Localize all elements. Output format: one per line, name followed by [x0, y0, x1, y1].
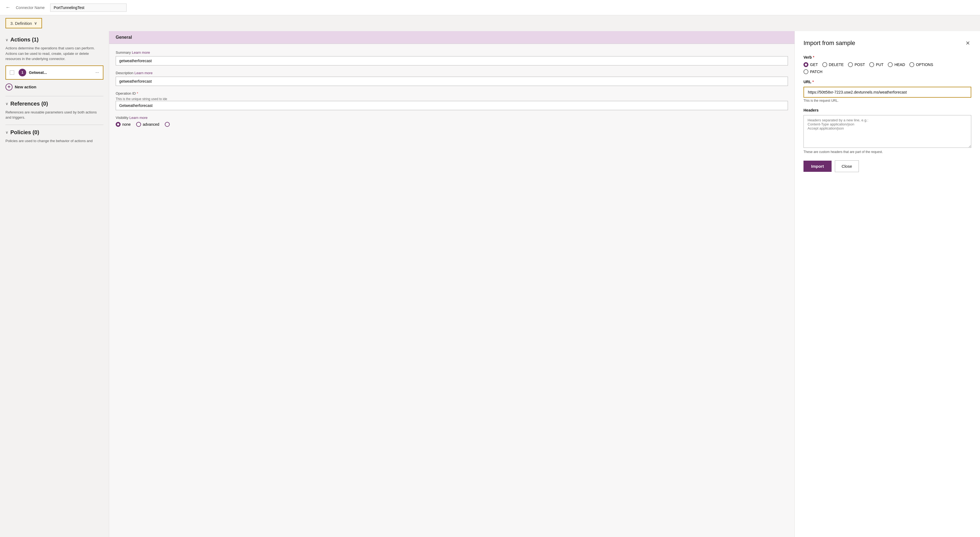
verb-option-patch[interactable]: PATCH — [803, 69, 822, 74]
connector-name-input[interactable] — [50, 3, 127, 12]
summary-input[interactable] — [116, 56, 788, 65]
actions-section-description: Actions determine the operations that us… — [5, 46, 103, 62]
general-tab-header[interactable]: General — [109, 31, 794, 44]
visibility-label: Visibility Learn more — [116, 116, 788, 120]
summary-learn-more-link[interactable]: Learn more — [132, 51, 150, 54]
visibility-field-group: Visibility Learn more none advanced — [116, 116, 788, 127]
back-button[interactable]: ← — [5, 5, 10, 10]
action-label: Getweat... — [29, 70, 93, 75]
references-section-header: ∨ References (0) — [5, 101, 103, 107]
url-label: URL * — [803, 79, 971, 84]
new-action-label: New action — [15, 84, 36, 89]
headers-textarea[interactable] — [803, 115, 971, 148]
operation-id-field-group: Operation ID * This is the unique string… — [116, 91, 788, 110]
definition-tab-label: 3. Definition — [10, 21, 32, 25]
visibility-option-none[interactable]: none — [116, 122, 131, 127]
verb-options-row: GET DELETE POST PUT HEAD — [803, 62, 971, 67]
new-action-plus-icon: + — [5, 83, 13, 91]
close-panel-button[interactable]: ✕ — [964, 39, 971, 48]
main-layout: ∨ Actions (1) Actions determine the oper… — [0, 31, 980, 537]
action-more-icon[interactable]: ··· — [95, 70, 99, 75]
url-section: URL * This is the request URL. — [803, 79, 971, 103]
operation-id-hint: This is the unique string used to ide — [116, 97, 788, 101]
import-button[interactable]: Import — [803, 160, 832, 172]
visibility-option-advanced[interactable]: advanced — [136, 122, 159, 127]
references-section-description: References are reusable parameters used … — [5, 110, 103, 120]
new-action-row[interactable]: + New action — [5, 83, 103, 92]
visibility-option-3[interactable] — [165, 122, 170, 127]
middle-content: Summary Learn more Description Learn mor… — [109, 44, 794, 139]
description-learn-more-link[interactable]: Learn more — [135, 71, 153, 75]
visibility-options-row: none advanced — [116, 122, 788, 127]
definition-chevron-icon: ∨ — [34, 21, 37, 25]
description-field-group: Description Learn more — [116, 71, 788, 86]
verb-label: Verb * — [803, 55, 971, 59]
verb-option-options[interactable]: OPTIONS — [909, 62, 933, 67]
verb-option-post[interactable]: POST — [848, 62, 865, 67]
left-panel: ∨ Actions (1) Actions determine the oper… — [0, 31, 109, 537]
policies-section-description: Policies are used to change the behavior… — [5, 138, 103, 144]
operation-id-label: Operation ID * — [116, 91, 788, 95]
summary-label: Summary Learn more — [116, 51, 788, 54]
visibility-learn-more-link[interactable]: Learn more — [129, 116, 147, 120]
divider-1 — [5, 96, 103, 96]
policies-collapse-icon[interactable]: ∨ — [5, 130, 8, 135]
top-bar: ← Connector Name — [0, 0, 980, 15]
definition-tab[interactable]: 3. Definition ∨ — [5, 18, 42, 29]
references-collapse-icon[interactable]: ∨ — [5, 102, 8, 106]
actions-collapse-icon[interactable]: ∨ — [5, 38, 8, 42]
url-hint: This is the request URL. — [803, 99, 971, 103]
actions-section-title: Actions (1) — [10, 37, 38, 43]
action-buttons: Import Close — [803, 160, 971, 172]
description-label: Description Learn more — [116, 71, 788, 75]
connector-name-label: Connector Name — [16, 5, 45, 10]
middle-panel: General Summary Learn more Description L… — [109, 31, 794, 537]
url-input-wrapper — [803, 87, 971, 98]
headers-section: Headers These are custom headers that ar… — [803, 108, 971, 154]
policies-section-title: Policies (0) — [10, 129, 39, 135]
definition-tab-row: 3. Definition ∨ — [0, 15, 980, 31]
verb-option-head[interactable]: HEAD — [888, 62, 905, 67]
operation-id-input[interactable] — [116, 101, 788, 110]
actions-section-header: ∨ Actions (1) — [5, 37, 103, 43]
references-section-title: References (0) — [10, 101, 48, 107]
action-item-getweat[interactable]: 1 Getweat... ··· — [5, 65, 103, 79]
description-input[interactable] — [116, 77, 788, 86]
action-badge: 1 — [19, 69, 26, 76]
url-input[interactable] — [804, 87, 971, 97]
right-panel-header: Import from sample ✕ — [803, 39, 971, 48]
close-action-button[interactable]: Close — [835, 160, 859, 172]
right-panel: Import from sample ✕ Verb * GET DELETE — [794, 31, 980, 537]
verb-option-delete[interactable]: DELETE — [822, 62, 843, 67]
policies-section-header: ∨ Policies (0) — [5, 129, 103, 135]
verb-section: Verb * GET DELETE POST PUT — [803, 55, 971, 74]
action-checkbox[interactable] — [10, 70, 14, 75]
headers-hint: These are custom headers that are part o… — [803, 150, 971, 154]
verb-option-get[interactable]: GET — [803, 62, 818, 67]
headers-label: Headers — [803, 108, 971, 112]
import-from-sample-title: Import from sample — [803, 40, 855, 47]
summary-field-group: Summary Learn more — [116, 51, 788, 65]
verb-option-put[interactable]: PUT — [869, 62, 883, 67]
verb-options-row-2: PATCH — [803, 69, 971, 74]
